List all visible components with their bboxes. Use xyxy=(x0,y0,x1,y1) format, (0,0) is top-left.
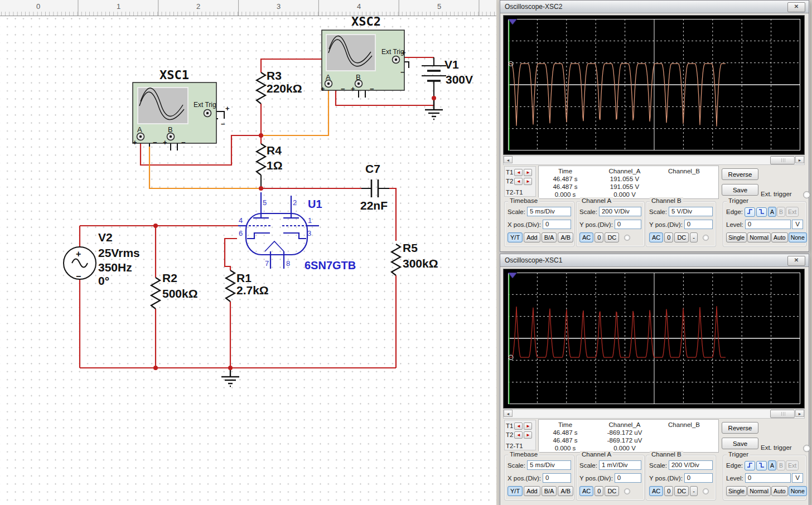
resistor-r4[interactable] xyxy=(257,144,265,175)
channel-b-ac-button[interactable]: AC xyxy=(649,486,663,496)
save-button[interactable]: Save xyxy=(722,438,758,449)
scroll-left-button[interactable]: ◄ xyxy=(504,410,513,417)
reverse-button[interactable]: Reverse xyxy=(722,168,758,180)
ext-trigger-radio[interactable] xyxy=(803,191,810,198)
channel-a-zero-button[interactable]: 0 xyxy=(594,232,603,242)
channel-b-zero-button[interactable]: 0 xyxy=(664,486,673,496)
normal-button[interactable]: Normal xyxy=(747,486,771,496)
add-button[interactable]: Add xyxy=(524,486,540,496)
reverse-button[interactable]: Reverse xyxy=(722,422,758,434)
scope-titlebar[interactable]: Oscilloscope-XSC2 ✕ xyxy=(500,1,809,13)
channel-b-zero-button[interactable]: 0 xyxy=(664,232,673,242)
t1-left-button[interactable]: ◄ xyxy=(514,169,523,176)
scope-scrollbar[interactable]: ◄ ► xyxy=(503,409,805,419)
scroll-thumb[interactable] xyxy=(770,156,795,164)
scroll-left-button[interactable]: ◄ xyxy=(504,156,513,163)
yt-button[interactable]: Y/T xyxy=(508,232,523,242)
single-button[interactable]: Single xyxy=(726,232,747,242)
trigger-level-input[interactable]: 0 xyxy=(745,220,791,229)
timebase-xpos-input[interactable]: 0 xyxy=(543,473,571,483)
rising-edge-button[interactable] xyxy=(745,207,755,217)
oscilloscope-window-xsc1[interactable]: Oscilloscope-XSC1 ✕ ◄ ► T1 ◄ ► T2 ◄ ► T2… xyxy=(500,254,809,505)
resistor-r2[interactable] xyxy=(151,278,160,309)
save-button[interactable]: Save xyxy=(722,184,758,196)
channel-b-ypos-input[interactable]: 0 xyxy=(684,220,713,229)
trigger-source-b-button[interactable]: B xyxy=(777,207,785,217)
oscilloscope-block-xsc2[interactable]: Ext Trig A B + − + − + − XSC2 xyxy=(321,14,406,93)
channel-a-dc-button[interactable]: DC xyxy=(605,486,619,496)
scroll-right-button[interactable]: ► xyxy=(795,156,804,163)
falling-edge-button[interactable] xyxy=(756,461,767,470)
t2-left-button[interactable]: ◄ xyxy=(514,178,523,185)
channel-a-scale-input[interactable]: 200 V/Div xyxy=(599,207,641,216)
scroll-right-button[interactable]: ► xyxy=(795,410,804,417)
auto-button[interactable]: Auto xyxy=(771,232,788,242)
channel-a-ypos-input[interactable]: 0 xyxy=(615,220,641,229)
trigger-group: Trigger Edge: A B Ext Level: 0 V Single … xyxy=(723,201,806,247)
channel-a-ac-button[interactable]: AC xyxy=(579,486,593,496)
channel-b-dc-button[interactable]: DC xyxy=(674,486,689,496)
timebase-scale-input[interactable]: 5 ms/Div xyxy=(527,207,571,216)
oscilloscope-window-xsc2[interactable]: Oscilloscope-XSC2 ✕ ◄ ► T1 ◄ ► T2 ◄ ► T2… xyxy=(500,0,809,252)
ac-source-v2[interactable]: + − xyxy=(64,247,96,281)
c7-ref: C7 xyxy=(365,162,380,175)
channel-b-dc-button[interactable]: DC xyxy=(674,232,689,242)
timebase-xpos-input[interactable]: 0 xyxy=(543,220,571,229)
scope-scrollbar[interactable]: ◄ ► xyxy=(503,156,805,165)
trigger-source-b-button[interactable]: B xyxy=(777,460,785,470)
trigger-source-a-button[interactable]: A xyxy=(768,207,776,217)
trigger-source-a-button[interactable]: A xyxy=(768,460,776,470)
t2-left-button[interactable]: ◄ xyxy=(514,431,523,439)
single-button[interactable]: Single xyxy=(726,486,747,496)
none-button[interactable]: None xyxy=(789,486,807,496)
rising-edge-button[interactable] xyxy=(745,461,755,470)
channel-b-ac-button[interactable]: AC xyxy=(649,232,663,242)
channel-a-ac-button[interactable]: AC xyxy=(579,232,593,242)
resistor-r3[interactable] xyxy=(257,72,265,104)
auto-button[interactable]: Auto xyxy=(771,486,788,496)
t1-left-button[interactable]: ◄ xyxy=(514,423,523,430)
resistor-r5[interactable] xyxy=(392,244,400,275)
falling-edge-button[interactable] xyxy=(756,207,767,217)
channel-b-scale-input[interactable]: 200 V/Div xyxy=(669,460,713,470)
none-button[interactable]: None xyxy=(789,232,807,242)
channel-a-scale-input[interactable]: 1 mV/Div xyxy=(599,460,641,470)
ab-button[interactable]: A/B xyxy=(558,486,573,496)
channel-a-dc-button[interactable]: DC xyxy=(605,232,619,242)
battery-v1[interactable] xyxy=(422,57,446,98)
ba-button[interactable]: B/A xyxy=(542,486,557,496)
channel-a-ypos-input[interactable]: 0 xyxy=(615,473,641,483)
normal-button[interactable]: Normal xyxy=(747,232,771,242)
timebase-scale-input[interactable]: 5 ms/Div xyxy=(527,460,571,470)
ab-button[interactable]: A/B xyxy=(558,232,573,242)
channel-a-legend: Channel A xyxy=(580,197,613,204)
scope-titlebar[interactable]: Oscilloscope-XSC1 ✕ xyxy=(500,254,809,267)
trigger-source-ext-button[interactable]: Ext xyxy=(786,460,799,470)
resistor-r1[interactable] xyxy=(226,270,235,302)
t2-right-button[interactable]: ► xyxy=(524,178,532,185)
oscilloscope-block-xsc1[interactable]: Ext Trig A B + − + − + − XSC1 xyxy=(133,68,230,147)
scroll-thumb[interactable] xyxy=(770,410,795,418)
channel-b-ypos-input[interactable]: 0 xyxy=(684,473,713,483)
close-button[interactable]: ✕ xyxy=(787,256,805,266)
channel-b-scale-input[interactable]: 5 V/Div xyxy=(669,207,713,216)
yt-button[interactable]: Y/T xyxy=(508,486,523,496)
r4-ref: R4 xyxy=(267,144,282,157)
waveform-trace xyxy=(508,64,726,126)
channel-b-minus-button[interactable]: - xyxy=(690,232,698,242)
ext-trigger-radio[interactable] xyxy=(803,445,810,452)
ba-button[interactable]: B/A xyxy=(542,232,557,242)
channel-b-minus-button[interactable]: - xyxy=(690,486,698,496)
add-button[interactable]: Add xyxy=(524,232,540,242)
t1-right-button[interactable]: ► xyxy=(524,169,532,176)
close-button[interactable]: ✕ xyxy=(787,2,805,12)
trigger-level-input[interactable]: 0 xyxy=(745,473,791,483)
trigger-source-ext-button[interactable]: Ext xyxy=(786,207,799,217)
capacitor-c7[interactable] xyxy=(361,179,389,197)
t2-right-button[interactable]: ► xyxy=(524,431,532,439)
t2-channel-b xyxy=(658,436,710,444)
ground-r1[interactable] xyxy=(221,368,239,386)
channel-a-zero-button[interactable]: 0 xyxy=(594,486,603,496)
t1-right-button[interactable]: ► xyxy=(524,423,532,430)
ground-v1[interactable] xyxy=(425,98,443,119)
